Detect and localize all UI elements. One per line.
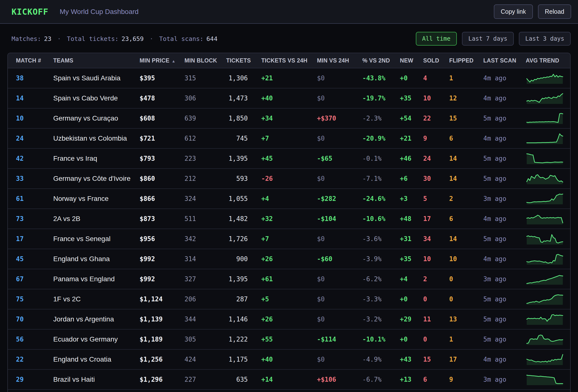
table-row[interactable]: 751F vs 2C$1,124206287+5$0-3.3%+0005m ag… — [8, 289, 570, 310]
table-row[interactable]: 56Ecuador vs Germany$1,1893051,222+55-$1… — [8, 330, 570, 350]
dashboard-title: My World Cup Dashboard — [60, 8, 139, 16]
pct-vs-2nd-cell: -24.6% — [362, 195, 400, 202]
match-number-link[interactable]: 14 — [16, 95, 53, 102]
tickets-vs-24h-cell: +45 — [261, 155, 317, 162]
column-header-flipped[interactable]: FLIPPED — [449, 57, 483, 64]
table-row[interactable]: 33Germany vs Côte d'Ivoire$860212593-26$… — [8, 169, 570, 189]
match-number-link[interactable]: 61 — [16, 195, 53, 202]
match-number-link[interactable]: 56 — [16, 336, 53, 343]
column-header-match[interactable]: MATCH # — [16, 57, 53, 64]
team-names: Panama vs England — [53, 275, 140, 283]
team-names: Jordan vs Argentina — [53, 315, 140, 323]
match-number-link[interactable]: 10 — [16, 115, 53, 122]
table-row[interactable]: 61Norway vs France$8663241,055+4-$282-24… — [8, 189, 570, 209]
last-scan-cell: 5m ago — [483, 155, 526, 162]
flipped-cell: 1 — [449, 336, 483, 343]
tickets-vs-24h-cell: -26 — [261, 175, 317, 182]
match-number-link[interactable]: 73 — [16, 215, 53, 223]
stats-separator: · — [57, 35, 61, 42]
tickets-vs-24h-cell: +21 — [261, 75, 317, 82]
table-row[interactable]: 70Jordan vs Argentina$1,1393441,146+26$0… — [8, 310, 570, 330]
min-vs-24h-cell: +$106 — [317, 376, 362, 383]
min-price-cell: $721 — [140, 135, 185, 142]
min-vs-24h-cell: $0 — [317, 95, 362, 102]
table-row[interactable]: 14Spain vs Cabo Verde$4783061,473+40$0-1… — [8, 88, 570, 109]
min-price-cell: $873 — [140, 215, 185, 223]
table-row[interactable]: 17France vs Senegal$9563421,726+7$0-3.6%… — [8, 229, 570, 249]
pct-vs-2nd-cell: -3.9% — [362, 255, 400, 263]
column-header-tickets[interactable]: TICKETS — [226, 57, 261, 64]
table-row[interactable]: 732A vs 2B$8735111,482+32-$104-10.6%+481… — [8, 209, 570, 229]
match-number-link[interactable]: 42 — [16, 155, 53, 162]
column-header-min-vs-24h[interactable]: MIN VS 24H — [317, 57, 362, 64]
tickets-vs-24h-cell: +26 — [261, 255, 317, 263]
avg-trend-sparkline — [526, 193, 564, 205]
flipped-cell: 0 — [449, 295, 483, 303]
filter-all-time[interactable]: All time — [416, 32, 457, 45]
min-block-cell: 223 — [185, 155, 226, 162]
team-names: France vs Iraq — [53, 155, 140, 162]
avg-trend-sparkline — [526, 112, 564, 124]
min-price-cell: $1,189 — [140, 336, 185, 343]
match-number-link[interactable]: 33 — [16, 175, 53, 182]
table-row[interactable]: 29Brazil vs Haiti$1,296227635+14+$106-6.… — [8, 370, 570, 390]
table-row[interactable]: 67Panama vs England$9923271,395+61$0-6.2… — [8, 269, 570, 289]
match-number-link[interactable]: 67 — [16, 275, 53, 283]
table-row[interactable]: 42France vs Iraq$7932231,395+45-$65-0.1%… — [8, 149, 570, 169]
match-number-link[interactable]: 38 — [16, 75, 53, 82]
stats-separator: · — [150, 35, 153, 42]
table-row[interactable]: 38Spain vs Saudi Arabia$3953151,306+21$0… — [8, 68, 570, 88]
table-row[interactable]: 10Germany vs Curaçao$6086391,850+34+$370… — [8, 109, 570, 129]
column-header-vs-2nd[interactable]: % VS 2ND — [362, 57, 400, 64]
column-header-new[interactable]: NEW — [400, 57, 423, 64]
avg-trend-sparkline — [526, 72, 564, 84]
match-number-link[interactable]: 70 — [16, 315, 53, 323]
team-names: Spain vs Saudi Arabia — [53, 74, 140, 82]
sold-cell: 9 — [423, 135, 449, 142]
stat-value: 23,659 — [121, 35, 144, 42]
match-number-link[interactable]: 24 — [16, 135, 53, 142]
filter-last-7-days[interactable]: Last 7 days — [462, 32, 514, 45]
avg-trend-sparkline — [526, 233, 564, 245]
match-number-link[interactable]: 17 — [16, 235, 53, 242]
tickets-vs-24h-cell: +7 — [261, 135, 317, 142]
min-vs-24h-cell: $0 — [317, 295, 362, 303]
column-header-min-price[interactable]: MIN PRICE▲ — [140, 57, 185, 64]
column-header-tickets-vs-24h[interactable]: TICKETS VS 24H — [261, 57, 317, 64]
min-block-cell: 314 — [185, 255, 226, 263]
min-price-cell: $956 — [140, 235, 185, 242]
match-number-link[interactable]: 22 — [16, 356, 53, 363]
column-header-min-block[interactable]: MIN BLOCK — [185, 57, 226, 64]
match-number-link[interactable]: 29 — [16, 376, 53, 383]
min-price-cell: $395 — [140, 75, 185, 82]
reload-button[interactable]: Reload — [538, 4, 571, 19]
match-number-link[interactable]: 75 — [16, 295, 53, 303]
min-vs-24h-cell: +$370 — [317, 115, 362, 122]
last-scan-cell: 4m ago — [483, 135, 526, 142]
time-filter-group: All timeLast 7 daysLast 3 days — [411, 32, 571, 45]
pct-vs-2nd-cell: -10.6% — [362, 215, 400, 223]
table-row[interactable]: 24Uzbekistan vs Colombia$721612745+7$0-2… — [8, 129, 570, 149]
min-price-cell: $1,256 — [140, 356, 185, 363]
table-row[interactable]: 45England vs Ghana$992314900+26-$60-3.9%… — [8, 249, 570, 269]
new-cell: +4 — [400, 275, 423, 283]
flipped-cell: 12 — [449, 95, 483, 102]
column-header-last-scan[interactable]: LAST SCAN — [483, 57, 526, 64]
column-header-sold[interactable]: SOLD — [423, 57, 449, 64]
table-header-row: MATCH #TEAMSMIN PRICE▲MIN BLOCKTICKETSTI… — [8, 53, 570, 68]
min-vs-24h-cell: -$282 — [317, 195, 362, 202]
min-price-cell: $992 — [140, 275, 185, 283]
filter-last-3-days[interactable]: Last 3 days — [519, 32, 571, 45]
avg-trend-sparkline — [526, 273, 564, 285]
stats-bar: Matches:23·Total tickets:23,659·Total sc… — [11, 32, 571, 45]
sold-cell: 11 — [423, 315, 449, 323]
table-row[interactable]: 22England vs Croatia$1,2564241,175+40$0-… — [8, 350, 570, 370]
column-header-avg-trend[interactable]: AVG TREND — [526, 57, 564, 64]
app-logo: KICKOFF — [11, 7, 48, 17]
min-block-cell: 342 — [185, 235, 226, 242]
match-number-link[interactable]: 45 — [16, 255, 53, 263]
column-header-teams[interactable]: TEAMS — [53, 57, 140, 64]
avg-trend-sparkline — [526, 333, 564, 346]
copy-link-button[interactable]: Copy link — [494, 4, 533, 19]
sold-cell: 2 — [423, 275, 449, 283]
